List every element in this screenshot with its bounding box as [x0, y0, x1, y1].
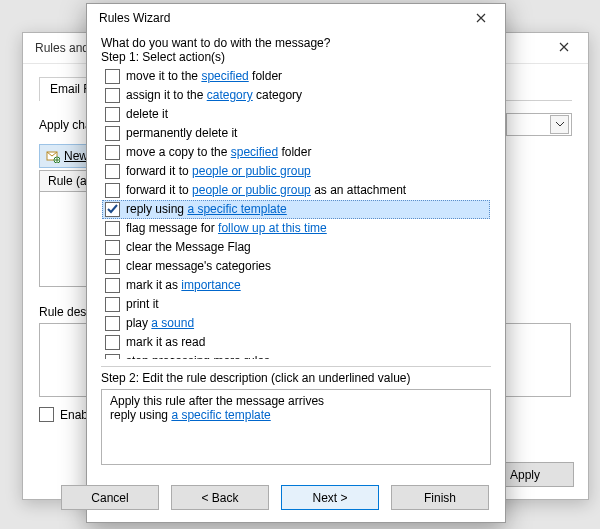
template-link[interactable]: a specific template [171, 408, 270, 422]
action-link[interactable]: a specific template [187, 202, 286, 216]
action-row[interactable]: stop processing more rules [102, 352, 490, 360]
action-label: assign it to the category category [126, 88, 302, 103]
action-link[interactable]: people or public group [192, 183, 311, 197]
close-button[interactable] [463, 8, 499, 28]
step1-label: Step 1: Select action(s) [101, 50, 491, 64]
action-link[interactable]: specified [201, 69, 248, 83]
action-link[interactable]: follow up at this time [218, 221, 327, 235]
action-label: clear the Message Flag [126, 240, 251, 255]
rules-wizard-dialog: Rules Wizard What do you want to do with… [86, 3, 506, 523]
action-label: move a copy to the specified folder [126, 145, 311, 160]
cancel-button[interactable]: Cancel [61, 485, 159, 510]
enable-rss-checkbox[interactable] [39, 407, 54, 422]
action-row[interactable]: delete it [102, 105, 490, 124]
close-icon [476, 13, 486, 23]
actions-list: move it to the specified folderassign it… [101, 66, 491, 360]
close-icon [559, 42, 569, 52]
action-label: forward it to people or public group as … [126, 183, 406, 198]
action-row[interactable]: play a sound [102, 314, 490, 333]
chevron-down-icon [550, 115, 569, 134]
action-row[interactable]: reply using a specific template [102, 200, 490, 219]
action-checkbox[interactable] [105, 354, 120, 360]
action-row[interactable]: flag message for follow up at this time [102, 219, 490, 238]
action-label: stop processing more rules [126, 354, 270, 360]
separator [101, 366, 491, 367]
action-row[interactable]: move it to the specified folder [102, 67, 490, 86]
action-label: delete it [126, 107, 168, 122]
action-row[interactable]: clear message's categories [102, 257, 490, 276]
action-label: flag message for follow up at this time [126, 221, 327, 236]
action-checkbox[interactable] [105, 88, 120, 103]
action-row[interactable]: clear the Message Flag [102, 238, 490, 257]
titlebar: Rules Wizard [87, 4, 505, 32]
action-checkbox[interactable] [105, 278, 120, 293]
step2-label: Step 2: Edit the rule description (click… [101, 371, 491, 385]
action-row[interactable]: move a copy to the specified folder [102, 143, 490, 162]
action-checkbox[interactable] [105, 183, 120, 198]
action-link[interactable]: importance [181, 278, 240, 292]
action-checkbox[interactable] [105, 297, 120, 312]
dialog-title: Rules Wizard [99, 11, 170, 25]
action-checkbox[interactable] [105, 126, 120, 141]
action-link[interactable]: specified [231, 145, 278, 159]
action-checkbox[interactable] [105, 221, 120, 236]
rule-description-editor[interactable]: Apply this rule after the message arrive… [101, 389, 491, 465]
action-link[interactable]: people or public group [192, 164, 311, 178]
action-label: mark it as importance [126, 278, 241, 293]
action-label: permanently delete it [126, 126, 237, 141]
action-row[interactable]: permanently delete it [102, 124, 490, 143]
description-line-1: Apply this rule after the message arrive… [110, 394, 482, 408]
new-rule-icon [46, 149, 60, 163]
wizard-question: What do you want to do with the message? [101, 36, 491, 50]
folder-dropdown[interactable] [506, 113, 572, 136]
description-line-2: reply using a specific template [110, 408, 482, 422]
action-checkbox[interactable] [105, 164, 120, 179]
action-checkbox[interactable] [105, 240, 120, 255]
action-row[interactable]: print it [102, 295, 490, 314]
action-checkbox[interactable] [105, 69, 120, 84]
action-label: forward it to people or public group [126, 164, 311, 179]
finish-button[interactable]: Finish [391, 485, 489, 510]
action-checkbox[interactable] [105, 259, 120, 274]
close-button[interactable] [544, 33, 584, 61]
action-label: play a sound [126, 316, 194, 331]
action-link[interactable]: a sound [151, 316, 194, 330]
action-checkbox[interactable] [105, 145, 120, 160]
action-row[interactable]: mark it as importance [102, 276, 490, 295]
action-row[interactable]: mark it as read [102, 333, 490, 352]
back-button[interactable]: < Back [171, 485, 269, 510]
action-row[interactable]: forward it to people or public group [102, 162, 490, 181]
action-row[interactable]: assign it to the category category [102, 86, 490, 105]
action-checkbox[interactable] [105, 107, 120, 122]
action-checkbox[interactable] [105, 316, 120, 331]
action-row[interactable]: forward it to people or public group as … [102, 181, 490, 200]
action-checkbox[interactable] [105, 202, 120, 217]
action-label: reply using a specific template [126, 202, 287, 217]
next-button[interactable]: Next > [281, 485, 379, 510]
action-link[interactable]: category [207, 88, 253, 102]
action-label: move it to the specified folder [126, 69, 282, 84]
action-label: clear message's categories [126, 259, 271, 274]
action-label: print it [126, 297, 159, 312]
action-label: mark it as read [126, 335, 205, 350]
action-checkbox[interactable] [105, 335, 120, 350]
